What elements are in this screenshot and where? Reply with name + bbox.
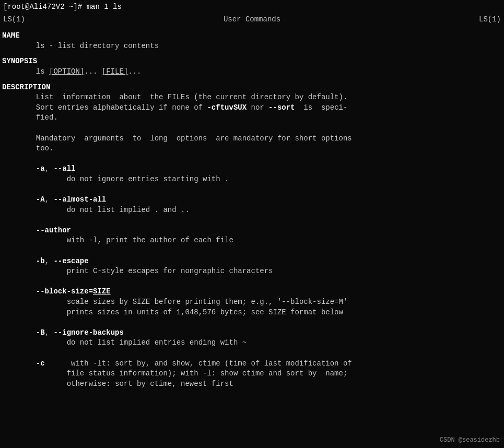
man-page-header: LS(1) User Commands LS(1): [0, 14, 504, 26]
name-title: NAME: [2, 31, 502, 41]
option-block-size-flag: --block-size=SIZE: [2, 287, 502, 297]
option-c-flag: -c with -lt: sort by, and show, ctime (t…: [2, 359, 502, 369]
option-author-desc: with -l, print the author of each file: [2, 235, 502, 246]
desc-line6: too.: [2, 144, 502, 154]
option-B-desc: do not list implied entries ending with …: [2, 338, 502, 348]
header-right: LS(1): [479, 15, 501, 25]
desc-line7: [2, 154, 502, 164]
option-c-desc2: otherwise: sort by ctime, newest first: [2, 379, 502, 390]
option-A-flag: -A, --almost-all: [2, 195, 502, 205]
all-flag-bold: --all: [53, 164, 75, 173]
option-block-size-desc2: prints sizes in units of 1,048,576 bytes…: [2, 308, 502, 318]
spacer4: [2, 277, 502, 287]
description-section: DESCRIPTION List information about the F…: [2, 82, 502, 390]
option-a-flag: -a, --all: [2, 164, 502, 174]
file-underline: [FILE]: [102, 67, 128, 76]
A-flag-bold: -A: [36, 195, 45, 204]
option-A-desc: do not list implied . and ..: [2, 205, 502, 216]
synopsis-title: SYNOPSIS: [2, 56, 502, 67]
man-page-content: NAME ls - list directory contents SYNOPS…: [0, 31, 504, 389]
option-b-flag: -b, --escape: [2, 256, 502, 267]
spacer3: [2, 246, 502, 256]
spacer2: [2, 215, 502, 226]
watermark: CSDN @seasidezhb: [440, 436, 500, 445]
option-underline: [OPTION]: [49, 67, 84, 76]
name-section: NAME ls - list directory contents: [2, 31, 502, 51]
size-underline: SIZE: [93, 287, 111, 296]
option-a-desc: do not ignore entries starting with .: [2, 174, 502, 185]
header-center: User Commands: [224, 15, 280, 25]
synopsis-section: SYNOPSIS ls [OPTION]... [FILE]...: [2, 56, 502, 77]
desc-line1: List information about the FILEs (the cu…: [2, 92, 502, 103]
option-author-flag: --author: [2, 226, 502, 236]
sort-options-bold: -cftuvSUX: [207, 103, 247, 112]
B-flag-bold: -B: [36, 328, 45, 337]
prompt-line: [root@Ali472V2 ~]# man 1 ls: [0, 0, 504, 14]
desc-line4: [2, 123, 502, 134]
terminal-window: [root@Ali472V2 ~]# man 1 ls LS(1) User C…: [0, 0, 504, 448]
option-b-desc: print C-style escapes for nongraphic cha…: [2, 266, 502, 277]
b-flag-bold: -b: [36, 257, 45, 265]
option-B-flag: -B, --ignore-backups: [2, 328, 502, 338]
desc-line5: Mandatory arguments to long options are …: [2, 134, 502, 144]
desc-line2: Sort entries alphabetically if none of -…: [2, 103, 502, 113]
c-flag-bold: -c: [36, 359, 45, 368]
escape-bold: --escape: [53, 257, 88, 265]
block-size-bold: --block-size=SIZE: [36, 287, 111, 296]
spacer6: [2, 348, 502, 359]
option-block-size-desc1: scale sizes by SIZE before printing them…: [2, 297, 502, 308]
desc-line3: fied.: [2, 113, 502, 123]
spacer1: [2, 185, 502, 195]
spacer5: [2, 317, 502, 328]
sort-option-bold: --sort: [268, 103, 295, 112]
synopsis-content: ls [OPTION]... [FILE]...: [2, 67, 502, 77]
name-content: ls - list directory contents: [2, 41, 502, 52]
option-c-desc1: file status information); with -l: show …: [2, 369, 502, 379]
header-left: LS(1): [3, 15, 25, 25]
description-title: DESCRIPTION: [2, 82, 502, 93]
almost-all-bold: --almost-all: [53, 195, 106, 204]
author-bold: --author: [36, 226, 71, 234]
a-flag-bold: -a: [36, 164, 45, 173]
ignore-backups-bold: --ignore-backups: [53, 328, 123, 337]
